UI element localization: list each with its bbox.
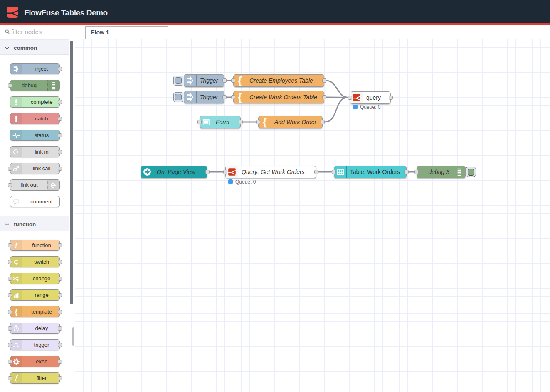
svg-text:f: f	[15, 242, 18, 248]
svg-text:{: {	[263, 117, 267, 128]
svg-text:{: {	[238, 92, 242, 103]
svg-text:{: {	[238, 75, 242, 86]
svg-text:{: {	[15, 308, 17, 316]
